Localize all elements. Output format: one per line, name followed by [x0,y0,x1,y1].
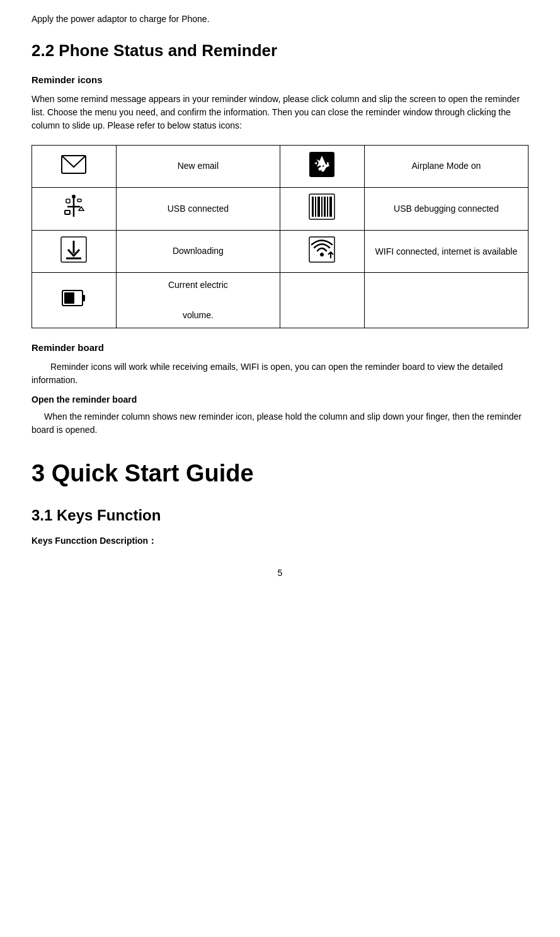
open-reminder-label: Open the reminder board [31,393,529,406]
svg-rect-7 [66,199,70,203]
email-icon-cell [32,145,117,188]
svg-rect-13 [321,197,323,217]
svg-rect-12 [317,197,320,217]
usb-debug-icon-cell [280,188,364,231]
table-row: USB connected USB debugging connected [32,188,529,231]
svg-rect-24 [83,295,85,301]
svg-rect-25 [64,292,74,304]
reminder-icons-desc: When some remind message appears in your… [31,93,529,132]
wifi-icon [308,236,336,263]
svg-rect-5 [65,210,70,214]
svg-rect-11 [315,197,316,217]
usb-connected-label: USB connected [116,188,280,231]
svg-rect-14 [324,197,326,217]
usb-debugging-label: USB debugging connected [364,188,528,231]
download-icon-cell [32,230,117,273]
email-icon [60,151,88,178]
table-row: New email Airplane Mode on [32,145,529,188]
table-row: Current electricvolume. [32,273,529,328]
table-row: Downloading WIFI connected, internet is … [32,230,529,273]
download-icon [60,236,88,263]
empty-label-cell [364,273,528,328]
section-31-title: 3.1 Keys Function [31,504,529,527]
usb-icon [60,193,88,221]
reminder-board-desc: Reminder icons will work while receiving… [31,360,529,387]
battery-icon-cell [32,273,117,328]
status-icons-table: New email Airplane Mode on [31,145,529,329]
usb-debug-icon [308,193,336,221]
airplane-mode-label: Airplane Mode on [364,145,528,188]
svg-point-21 [320,253,324,256]
new-email-label: New email [116,145,280,188]
airplane-icon-cell [280,145,364,188]
reminder-board-label: Reminder board [31,341,529,355]
svg-point-4 [72,195,76,198]
svg-rect-15 [327,197,328,217]
reminder-icons-label: Reminder icons [31,73,529,88]
svg-rect-16 [329,197,332,217]
airplane-icon [308,151,336,178]
section-22-title: 2.2 Phone Status and Reminder [31,38,529,63]
svg-rect-10 [312,197,314,217]
open-reminder-desc: When the reminder column shows new remin… [31,410,529,437]
wifi-connected-label: WIFI connected, internet is available [364,230,528,273]
section-3-title: 3 Quick Start Guide [31,456,529,491]
current-electric-label: Current electricvolume. [116,273,280,328]
battery-icon [60,284,88,312]
intro-text: Apply the power adaptor to charge for Ph… [31,13,529,26]
usb-icon-cell [32,188,117,231]
downloading-label: Downloading [116,230,280,273]
svg-rect-8 [77,199,81,202]
empty-icon-cell [280,273,364,328]
page-number: 5 [31,566,529,580]
keys-function-label: Keys Funcction Description： [31,534,529,548]
wifi-icon-cell [280,230,364,273]
